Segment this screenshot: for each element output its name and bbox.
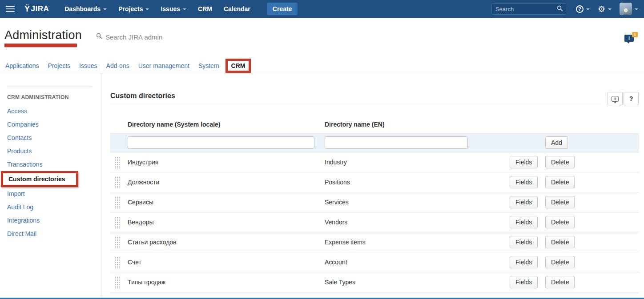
fields-button[interactable]: Fields [510, 236, 538, 248]
help-menu[interactable]: ? [576, 5, 590, 13]
feedback-button[interactable]: + [608, 92, 623, 105]
main-header: Custom directories + ? [110, 92, 639, 106]
navbar-search [491, 3, 566, 15]
directory-name-locale: Сервисы [128, 199, 325, 206]
directory-name-locale: Статьи расходов [128, 239, 325, 246]
delete-button[interactable]: Delete [545, 196, 575, 208]
directory-row: Сервисы Services Fields Delete [110, 192, 639, 212]
sidebar-item[interactable]: Contacts [7, 131, 94, 144]
delete-button[interactable]: Delete [545, 236, 575, 248]
delete-button[interactable]: Delete [545, 156, 575, 168]
fields-button[interactable]: Fields [510, 256, 538, 268]
admin-tab[interactable]: Issues [75, 62, 101, 69]
admin-search-input[interactable] [105, 33, 194, 41]
hamburger-icon[interactable] [6, 6, 15, 12]
nav-menu-item[interactable]: CRM [192, 5, 218, 12]
search-input[interactable] [491, 3, 566, 15]
chevron-down-icon [183, 8, 186, 10]
directory-name-locale: Счет [128, 259, 325, 266]
directory-row: Статьи расходов Expense items Fields Del… [110, 232, 639, 252]
admin-header: Administration ! 1 [0, 18, 644, 58]
notification-bubble-tail [627, 41, 630, 44]
drag-handle-icon[interactable] [115, 216, 120, 228]
sidebar-item[interactable]: Direct Mail [7, 227, 94, 240]
admin-search [96, 33, 194, 41]
admin-tab[interactable]: Add-ons [102, 62, 134, 69]
delete-button[interactable]: Delete [545, 276, 575, 288]
sidebar-section-title: CRM ADMINISTRATION [7, 94, 94, 100]
directory-name-locale: Должности [128, 179, 325, 186]
directory-name-en: Expense items [325, 239, 510, 246]
nav-menu-item[interactable]: Calendar [218, 5, 256, 12]
admin-tabbar: Applications Projects Issues Add-ons Use… [0, 58, 644, 74]
drag-handle-icon[interactable] [115, 196, 120, 208]
directory-name-en: Sale Types [325, 279, 510, 286]
red-annotation-underline [4, 44, 77, 47]
directory-row: Вендоры Vendors Fields Delete [110, 212, 639, 232]
delete-button[interactable]: Delete [545, 216, 575, 228]
sidebar-item[interactable]: Access [7, 104, 94, 118]
sidebar-item[interactable]: Custom directories [1, 171, 78, 187]
page-title: Administration [4, 28, 82, 42]
admin-tab[interactable]: User management [134, 62, 194, 69]
search-icon [557, 5, 563, 13]
search-icon [96, 33, 102, 41]
drag-handle-icon[interactable] [115, 176, 120, 188]
sidebar-item[interactable]: Transactions [7, 158, 94, 171]
chevron-down-icon [608, 8, 612, 10]
chevron-down-icon [635, 8, 638, 10]
fields-button[interactable]: Fields [510, 156, 538, 168]
sidebar-item[interactable]: Companies [7, 118, 94, 131]
directory-name-locale: Вендоры [128, 219, 325, 226]
admin-tab[interactable]: CRM [225, 59, 251, 73]
admin-tab[interactable]: Applications [1, 62, 44, 69]
nav-links: Dashboards Projects Issues CRM Calendar [59, 5, 256, 12]
sidebar-item[interactable]: Audit Log [7, 200, 94, 214]
directory-name-locale: Индустрия [128, 159, 325, 166]
new-directory-name-en-input[interactable] [325, 136, 468, 149]
help-button[interactable]: ? [624, 92, 639, 105]
jira-logo[interactable]: Ÿ JIRA [24, 4, 49, 14]
drag-handle-icon[interactable] [115, 156, 120, 168]
directory-row: Типы продаж Sale Types Fields Delete [110, 272, 639, 292]
directory-name-en: Account [325, 259, 510, 266]
notification-count-badge: 1 [632, 32, 638, 37]
nav-menu-item[interactable]: Issues [155, 5, 192, 12]
new-directory-name-locale-input[interactable] [128, 136, 314, 149]
sidebar-item[interactable]: Integrations [7, 214, 94, 227]
sidebar-divider [7, 87, 92, 87]
delete-button[interactable]: Delete [545, 256, 575, 268]
fields-button[interactable]: Fields [510, 176, 538, 188]
column-header-locale: Directory name (System locale) [128, 121, 325, 128]
nav-menu-item[interactable]: Dashboards [59, 5, 113, 12]
directory-row: Индустрия Industry Fields Delete [110, 152, 639, 172]
notifications-button[interactable]: ! 1 [624, 32, 638, 44]
jira-logo-text: JIRA [31, 4, 49, 13]
directory-name-en: Vendors [325, 219, 510, 226]
top-navbar: Ÿ JIRA Dashboards Projects Issues CRM [0, 0, 644, 18]
navbar-right: ? ⚙ [491, 3, 638, 15]
add-button[interactable]: Add [545, 136, 568, 149]
chevron-down-icon [586, 8, 590, 10]
directory-name-en: Industry [325, 159, 510, 166]
create-button[interactable]: Create [267, 3, 298, 15]
admin-tab[interactable]: Projects [44, 62, 75, 69]
sidebar-item[interactable]: Products [7, 144, 94, 158]
drag-handle-icon[interactable] [115, 276, 120, 288]
drag-handle-icon[interactable] [115, 256, 120, 268]
fields-button[interactable]: Fields [510, 216, 538, 228]
admin-tab[interactable]: System [194, 62, 224, 69]
fields-button[interactable]: Fields [510, 196, 538, 208]
section-title: Custom directories [110, 92, 175, 100]
page-title-wrap: Administration [4, 28, 82, 47]
user-profile-menu[interactable] [620, 3, 638, 15]
table-header-row: Directory name (System locale) Directory… [110, 116, 639, 133]
add-directory-row: Add [110, 133, 639, 152]
content-area: CRM ADMINISTRATION Access Companies Cont… [0, 74, 644, 299]
admin-settings-menu[interactable]: ⚙ [598, 5, 612, 13]
drag-handle-icon[interactable] [115, 236, 120, 248]
sidebar-item[interactable]: Import [7, 187, 94, 200]
fields-button[interactable]: Fields [510, 276, 538, 288]
nav-menu-item[interactable]: Projects [113, 5, 155, 12]
delete-button[interactable]: Delete [545, 176, 575, 188]
